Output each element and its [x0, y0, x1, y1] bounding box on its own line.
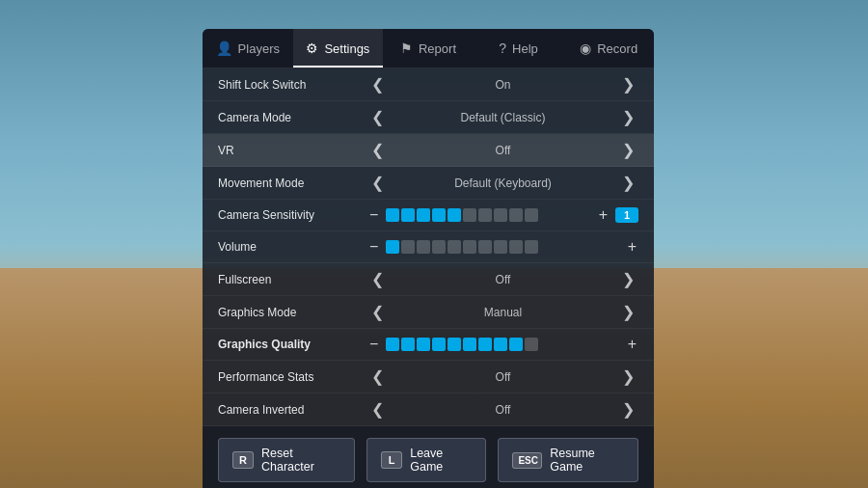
players-tab-label: Players	[238, 41, 280, 56]
seg-8-4	[448, 338, 461, 351]
seg-4-4	[448, 208, 461, 222]
seg-4-6	[478, 208, 492, 222]
seg-5-3	[432, 240, 446, 254]
seg-4-9	[525, 208, 538, 222]
slider-track-5[interactable]	[386, 240, 619, 254]
seg-4-2	[417, 208, 430, 222]
setting-control-5: − +	[367, 238, 638, 256]
setting-row-3: Movement Mode ❮ Default (Keyboard) ❯	[203, 167, 654, 200]
setting-control-2: ❮ Off ❯	[367, 141, 638, 159]
setting-value-6: Off	[393, 273, 612, 286]
setting-value-3: Default (Keyboard)	[393, 176, 612, 190]
setting-label-9: Performance Stats	[218, 370, 367, 384]
setting-control-1: ❮ Default (Classic) ❯	[367, 108, 638, 126]
chevron-right-1[interactable]: ❯	[618, 108, 638, 126]
seg-8-1	[401, 338, 415, 351]
chevron-left-7[interactable]: ❮	[367, 303, 388, 321]
key-badge-2: ESC	[512, 452, 542, 469]
footer-btn-label-2: Resume Game	[550, 447, 624, 474]
chevron-left-9[interactable]: ❮	[367, 367, 388, 386]
tab-settings[interactable]: ⚙Settings	[293, 29, 384, 68]
minus-btn-4[interactable]: −	[367, 206, 380, 224]
key-badge-1: L	[381, 451, 402, 469]
settings-tab-label: Settings	[324, 41, 369, 56]
setting-label-7: Graphics Mode	[218, 306, 367, 319]
seg-4-1	[401, 208, 415, 222]
chevron-left-0[interactable]: ❮	[367, 75, 388, 94]
settings-body: Shift Lock Switch ❮ On ❯ Camera Mode ❮ D…	[203, 68, 654, 426]
setting-row-9: Performance Stats ❮ Off ❯	[203, 361, 654, 393]
setting-control-10: ❮ Off ❯	[367, 400, 638, 419]
chevron-left-2[interactable]: ❮	[367, 141, 388, 159]
setting-control-9: ❮ Off ❯	[367, 367, 638, 386]
setting-label-3: Movement Mode	[218, 176, 367, 190]
slider-track-4[interactable]	[386, 208, 590, 222]
tab-record[interactable]: ◉Record	[563, 29, 654, 68]
seg-5-8	[509, 240, 523, 254]
setting-control-4: − + 1	[367, 206, 638, 224]
setting-value-9: Off	[393, 370, 612, 384]
help-tab-icon: ?	[499, 41, 506, 56]
tab-players[interactable]: 👤Players	[203, 29, 293, 68]
record-tab-icon: ◉	[580, 41, 591, 56]
setting-control-8: − +	[367, 336, 638, 353]
seg-5-0	[386, 240, 399, 254]
seg-5-1	[401, 240, 415, 254]
setting-row-10: Camera Inverted ❮ Off ❯	[203, 393, 654, 426]
tab-report[interactable]: ⚑Report	[383, 29, 474, 68]
footer-btn-1[interactable]: L Leave Game	[366, 438, 486, 482]
settings-panel: 👤Players⚙Settings⚑Report?Help◉Record Shi…	[203, 29, 654, 488]
setting-label-10: Camera Inverted	[218, 403, 367, 417]
setting-row-0: Shift Lock Switch ❮ On ❯	[203, 68, 654, 101]
setting-value-7: Manual	[393, 306, 612, 319]
slider-badge-4: 1	[615, 207, 638, 223]
seg-8-7	[494, 338, 507, 351]
seg-4-0	[386, 208, 399, 222]
seg-5-6	[478, 240, 492, 254]
seg-5-7	[494, 240, 507, 254]
setting-row-6: Fullscreen ❮ Off ❯	[203, 263, 654, 296]
footer-btn-2[interactable]: ESC Resume Game	[498, 438, 638, 482]
tab-help[interactable]: ?Help	[474, 29, 564, 68]
chevron-right-6[interactable]: ❯	[618, 270, 638, 288]
setting-control-0: ❮ On ❯	[367, 75, 638, 94]
seg-4-5	[463, 208, 476, 222]
chevron-left-6[interactable]: ❮	[367, 270, 388, 288]
chevron-right-10[interactable]: ❯	[618, 400, 638, 419]
plus-btn-8[interactable]: +	[626, 336, 638, 353]
seg-4-7	[494, 208, 507, 222]
footer-btn-label-1: Leave Game	[410, 447, 472, 474]
report-tab-label: Report	[419, 41, 456, 56]
chevron-left-1[interactable]: ❮	[367, 108, 388, 126]
seg-8-3	[432, 338, 446, 351]
chevron-left-3[interactable]: ❮	[367, 174, 388, 192]
chevron-right-9[interactable]: ❯	[618, 367, 638, 386]
seg-5-4	[448, 240, 461, 254]
chevron-right-7[interactable]: ❯	[618, 303, 638, 321]
setting-control-3: ❮ Default (Keyboard) ❯	[367, 174, 638, 192]
seg-8-5	[463, 338, 476, 351]
minus-btn-8[interactable]: −	[367, 336, 380, 353]
tab-bar: 👤Players⚙Settings⚑Report?Help◉Record	[203, 29, 654, 68]
seg-8-0	[386, 338, 399, 351]
setting-label-6: Fullscreen	[218, 273, 367, 286]
footer-btn-0[interactable]: R Reset Character	[218, 438, 355, 482]
key-badge-0: R	[232, 451, 254, 469]
setting-row-5: Volume − +	[203, 231, 654, 263]
setting-label-0: Shift Lock Switch	[218, 78, 367, 92]
seg-4-3	[432, 208, 446, 222]
plus-btn-4[interactable]: +	[597, 206, 610, 224]
minus-btn-5[interactable]: −	[367, 238, 380, 256]
setting-value-1: Default (Classic)	[393, 111, 612, 124]
setting-row-1: Camera Mode ❮ Default (Classic) ❯	[203, 101, 654, 134]
chevron-left-10[interactable]: ❮	[367, 400, 388, 419]
chevron-right-2[interactable]: ❯	[618, 141, 638, 159]
chevron-right-3[interactable]: ❯	[618, 174, 638, 192]
slider-track-8[interactable]	[386, 338, 619, 351]
footer-btn-label-0: Reset Character	[261, 447, 340, 474]
setting-control-7: ❮ Manual ❯	[367, 303, 638, 321]
seg-8-9	[525, 338, 538, 351]
settings-tab-icon: ⚙	[306, 41, 318, 56]
chevron-right-0[interactable]: ❯	[618, 75, 638, 94]
plus-btn-5[interactable]: +	[626, 238, 638, 256]
